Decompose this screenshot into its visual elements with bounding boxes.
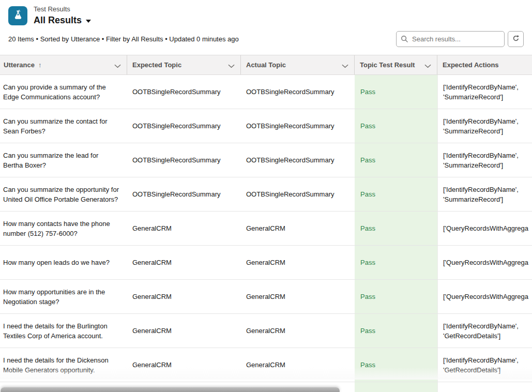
table-row[interactable]: Can you summarize the lead for Bertha Bo… [0,143,532,177]
cell-expected-actions: ['QueryRecordsWithAggrega [437,246,532,279]
cell-topic-test-result [355,382,437,392]
cell-expected-actions: ['IdentifyRecordByName', 'SummarizeRecor… [437,143,532,177]
cell-expected-actions: ['QueryRecordsWithAggrega [437,212,532,245]
cell-actual-topic: GeneralCRM [241,280,355,313]
cell-actual-topic: OOTBSingleRecordSummary [241,177,355,211]
column-header-topic-test-result[interactable]: Topic Test Result [355,55,437,74]
column-header-expected-topic[interactable]: Expected Topic [127,55,241,74]
horizontal-scrollbar-thumb[interactable] [1,387,340,392]
cell-actual-topic: GeneralCRM [241,246,355,279]
refresh-button[interactable] [508,31,524,47]
cell-actual-topic: OOTBSingleRecordSummary [241,143,355,177]
cell-actual-topic: OOTBSingleRecordSummary [241,109,355,143]
table-row[interactable]: Can you provide a summary of the Edge Co… [0,75,532,109]
page-header: Test Results All Results [0,0,532,26]
cell-expected-actions: ['QueryRecordsWithAggrega [437,280,532,313]
cell-expected-topic: OOTBSingleRecordSummary [127,177,241,211]
table-row[interactable]: How many contacts have the phone number … [0,212,532,246]
cell-topic-test-result: Pass [355,280,437,313]
cell-expected-topic: GeneralCRM [127,348,241,382]
table-body: Can you provide a summary of the Edge Co… [0,75,532,392]
table-row[interactable]: I need the details for the Burlington Te… [0,314,532,348]
cell-expected-topic: GeneralCRM [127,246,241,279]
cell-actual-topic: GeneralCRM [241,348,355,382]
cell-actual-topic: OOTBSingleRecordSummary [241,75,355,109]
refresh-icon [512,34,520,44]
table-row[interactable]: How many open leads do we have? GeneralC… [0,246,532,280]
list-toolbar: 20 Items • Sorted by Utterance • Filter … [0,26,532,55]
cell-expected-actions: ['IdentifyRecordByName', 'GetRecordDetai… [437,348,532,382]
cell-actual-topic: GeneralCRM [241,212,355,245]
cell-topic-test-result: Pass [355,75,437,109]
column-label: Actual Topic [246,61,286,69]
search-input[interactable] [396,31,505,47]
title-block: Test Results All Results [34,5,91,26]
table-row[interactable]: How many opportunities are in the Negoti… [0,280,532,314]
chevron-down-icon[interactable] [114,62,121,70]
cell-expected-actions: ['IdentifyRecordByName', 'SummarizeRecor… [437,177,532,211]
cell-topic-test-result: Pass [355,143,437,177]
object-name-label: Test Results [34,5,91,13]
cell-topic-test-result: Pass [355,246,437,279]
cell-expected-topic: OOTBSingleRecordSummary [127,75,241,109]
cell-expected-actions: ['IdentifyRecordByName', 'GetRecordDetai… [437,314,532,348]
cell-utterance: I need the details for the Dickenson Mob… [0,348,127,382]
cell-utterance: Can you summarize the lead for Bertha Bo… [0,143,127,177]
table-header-row: Utterance ↑ Expected Topic Actual Topic … [0,55,532,75]
column-header-expected-actions[interactable]: Expected Actions [437,55,532,74]
cell-utterance: How many contacts have the phone number … [0,212,127,245]
cell-actual-topic: GeneralCRM [241,314,355,348]
cell-expected-topic: GeneralCRM [127,280,241,313]
toolbar-actions [396,31,524,47]
column-header-utterance[interactable]: Utterance ↑ [0,55,127,74]
cell-topic-test-result: Pass [355,177,437,211]
chevron-down-icon[interactable] [342,62,348,70]
cell-expected-topic: GeneralCRM [127,314,241,348]
chevron-down-icon[interactable] [424,62,431,70]
cell-topic-test-result: Pass [355,109,437,143]
cell-topic-test-result: Pass [355,314,437,348]
cell-expected-topic: GeneralCRM [127,212,241,245]
cell-utterance: I need the details for the Burlington Te… [0,314,127,348]
cell-utterance: Can you provide a summary of the Edge Co… [0,75,127,109]
column-label: Utterance [4,61,35,69]
cell-expected-actions: ['IdentifyRecordByName', 'SummarizeRecor… [437,75,532,109]
cell-utterance: Can you summarize the contact for Sean F… [0,109,127,143]
test-results-entity-icon [8,6,27,25]
cell-utterance: Can you summarize the opportunity for Un… [0,177,127,211]
cell-utterance: How many opportunities are in the Negoti… [0,280,127,313]
sort-ascending-icon: ↑ [38,61,42,69]
table-row[interactable]: I need the details for the Dickenson Mob… [0,348,532,382]
dropdown-arrow-icon [86,20,91,23]
cell-expected-topic: OOTBSingleRecordSummary [127,143,241,177]
table-row[interactable]: Can you summarize the opportunity for Un… [0,177,532,212]
list-view-selector[interactable]: All Results [34,14,91,26]
results-table: Utterance ↑ Expected Topic Actual Topic … [0,55,532,392]
search-box [396,31,505,47]
cell-topic-test-result: Pass [355,212,437,245]
view-name-label: All Results [34,14,82,26]
table-row[interactable]: Can you summarize the contact for Sean F… [0,109,532,143]
column-label: Topic Test Result [360,61,415,69]
flask-icon [12,9,24,22]
cell-expected-actions: ['IdentifyRecordByName', [437,382,532,392]
cell-expected-actions: ['IdentifyRecordByName', 'SummarizeRecor… [437,109,532,143]
list-meta-summary: 20 Items • Sorted by Utterance • Filter … [8,35,239,43]
chevron-down-icon[interactable] [228,62,235,70]
cell-topic-test-result: Pass [355,348,437,382]
column-label: Expected Topic [132,61,181,69]
column-label: Expected Actions [443,61,499,69]
cell-utterance: How many open leads do we have? [0,246,127,279]
column-header-actual-topic[interactable]: Actual Topic [241,55,355,74]
cell-expected-topic: OOTBSingleRecordSummary [127,109,241,143]
